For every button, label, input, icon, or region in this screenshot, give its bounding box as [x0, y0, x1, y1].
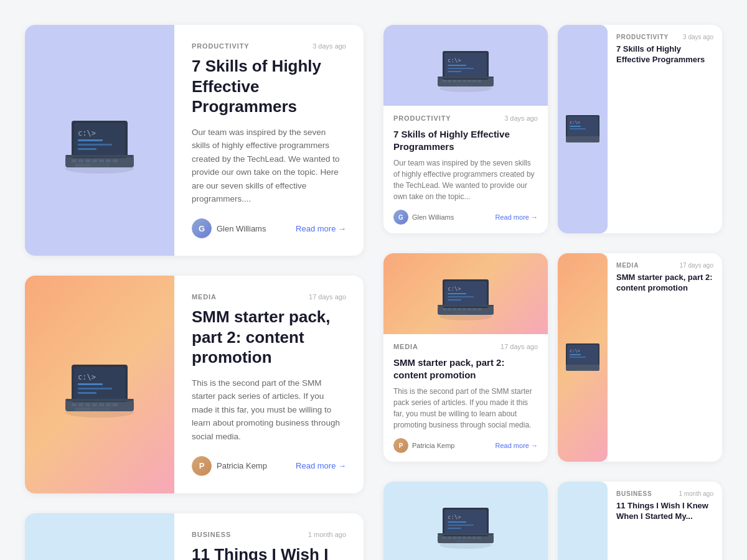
card-1-author: G Glen Williams: [192, 218, 266, 238]
medium-card-1-title: 7 Skills of Highly Effective Programmers: [393, 128, 538, 152]
svg-rect-32: [92, 403, 97, 406]
medium-card-2: c:\>: [383, 253, 548, 462]
card-2-date: 17 days ago: [309, 293, 346, 301]
medium-card-2-footer: P Patricia Kemp Read more →: [393, 438, 538, 453]
small-card-1-inner: c:\> PRODUCTIVITY 3 days ago 7 Skills o: [558, 25, 722, 233]
svg-rect-66: [443, 80, 446, 82]
svg-rect-30: [78, 403, 83, 406]
svg-rect-78: [570, 126, 581, 127]
svg-rect-37: [90, 408, 108, 411]
small-card-3-image: c:\>: [558, 482, 608, 560]
svg-rect-116: [443, 536, 446, 539]
svg-rect-62: [448, 65, 466, 66]
medium-card-1-excerpt: Our team was inspired by the seven skill…: [393, 157, 538, 202]
medium-card-2-author: P Patricia Kemp: [393, 438, 454, 453]
svg-rect-11: [78, 159, 83, 162]
svg-rect-123: [477, 536, 481, 539]
svg-rect-67: [448, 80, 451, 82]
card-2-image: c:\>: [25, 276, 174, 493]
svg-rect-95: [463, 308, 466, 310]
svg-rect-72: [472, 80, 476, 82]
svg-rect-73: [477, 80, 481, 82]
small-card-3-title: 11 Things I Wish I Knew When I Started M…: [616, 501, 713, 522]
medium-card-2-date: 17 days ago: [500, 343, 538, 350]
svg-rect-88: [448, 296, 474, 297]
svg-rect-106: [575, 369, 591, 371]
medium-card-1-category: PRODUCTIVITY: [393, 114, 451, 122]
svg-rect-63: [448, 68, 474, 69]
medium-card-1: c:\>: [383, 25, 548, 233]
medium-card-3: c:\>: [383, 482, 548, 560]
medium-card-1-read-more[interactable]: Read more →: [496, 213, 538, 221]
medium-card-2-avatar: P: [393, 438, 408, 453]
small-card-2-inner: c:\> MEDIA 17 days ago SMM starter pack: [558, 253, 722, 462]
medium-card-1-meta: PRODUCTIVITY 3 days ago: [393, 114, 538, 122]
avatar-patricia: P: [192, 456, 212, 476]
svg-rect-91: [443, 308, 446, 310]
svg-rect-92: [448, 308, 451, 310]
svg-rect-97: [472, 308, 476, 310]
medium-card-2-author-name: Patricia Kemp: [412, 442, 454, 449]
medium-card-2-meta: MEDIA 17 days ago: [393, 343, 538, 350]
svg-text:c:\>: c:\>: [448, 286, 461, 292]
medium-card-1-date: 3 days ago: [504, 114, 538, 122]
small-card-2-category: MEDIA: [616, 262, 639, 269]
right-column: c:\>: [383, 25, 722, 560]
svg-text:c:\>: c:\>: [570, 120, 580, 125]
card-1-category: PRODUCTIVITY: [192, 42, 249, 50]
card-1-read-more[interactable]: Read more →: [296, 224, 346, 233]
svg-rect-8: [78, 148, 96, 150]
svg-rect-26: [78, 388, 112, 390]
right-row-2: c:\>: [383, 253, 722, 462]
svg-rect-96: [467, 308, 471, 310]
small-card-1-meta: PRODUCTIVITY 3 days ago: [616, 34, 713, 40]
small-card-3-content: BUSINESS 1 month ago 11 Things I Wish I …: [608, 482, 722, 560]
svg-text:c:\>: c:\>: [448, 57, 461, 63]
medium-card-1-author-name: Glen Williams: [412, 213, 454, 221]
small-card-1-content: PRODUCTIVITY 3 days ago 7 Skills of High…: [608, 25, 722, 233]
small-card-2-title: SMM starter pack, part 2: content promot…: [616, 273, 713, 294]
svg-rect-29: [72, 403, 77, 406]
card-1-footer: G Glen Williams Read more →: [192, 218, 346, 238]
svg-rect-120: [463, 536, 466, 539]
medium-card-2-category: MEDIA: [393, 343, 418, 350]
card-3-date: 1 month ago: [308, 531, 346, 538]
medium-card-2-read-more[interactable]: Read more →: [496, 442, 538, 449]
svg-rect-112: [448, 521, 466, 523]
small-card-1: c:\> PRODUCTIVITY 3 days ago 7 Skills o: [558, 25, 722, 233]
medium-card-2-title: SMM starter pack, part 2: content promot…: [393, 357, 538, 381]
medium-card-1-author: G Glen Williams: [393, 210, 454, 225]
svg-text:c:\>: c:\>: [570, 348, 580, 353]
svg-rect-121: [467, 536, 471, 539]
svg-rect-98: [477, 308, 481, 310]
small-card-1-image: c:\>: [558, 25, 608, 233]
avatar-glen: G: [192, 218, 212, 238]
svg-rect-113: [448, 525, 474, 526]
svg-rect-28: [65, 399, 134, 401]
card-2-author-name: Patricia Kemp: [217, 461, 267, 470]
medium-card-2-content: MEDIA 17 days ago SMM starter pack, part…: [383, 334, 548, 462]
svg-rect-35: [113, 403, 118, 406]
medium-card-1-content: PRODUCTIVITY 3 days ago 7 Skills of High…: [383, 106, 548, 233]
card-3-title: 11 Things I Wish I Knew When I Started M…: [192, 544, 346, 560]
svg-rect-6: [78, 139, 103, 141]
card-2-footer: P Patricia Kemp Read more →: [192, 456, 346, 476]
medium-card-1-image: c:\>: [383, 25, 548, 106]
card-1-author-name: Glen Williams: [217, 224, 266, 233]
svg-rect-117: [448, 536, 451, 539]
svg-text:c:\>: c:\>: [78, 373, 96, 381]
small-card-3-date: 1 month ago: [679, 490, 713, 497]
small-card-2-meta: MEDIA 17 days ago: [616, 262, 713, 269]
svg-rect-118: [453, 536, 456, 539]
svg-rect-93: [453, 308, 456, 310]
svg-rect-9: [65, 155, 134, 157]
svg-rect-25: [78, 383, 103, 385]
small-card-3-meta: BUSINESS 1 month ago: [616, 490, 713, 497]
medium-card-2-excerpt: This is the second part of the SMM start…: [393, 386, 538, 431]
featured-card-2: c:\> MEDIA: [25, 276, 364, 493]
card-2-read-more[interactable]: Read more →: [296, 461, 346, 470]
svg-rect-71: [467, 80, 471, 82]
card-3-category: BUSINESS: [192, 531, 231, 538]
svg-rect-122: [472, 536, 476, 539]
right-row-1: c:\>: [383, 25, 722, 233]
